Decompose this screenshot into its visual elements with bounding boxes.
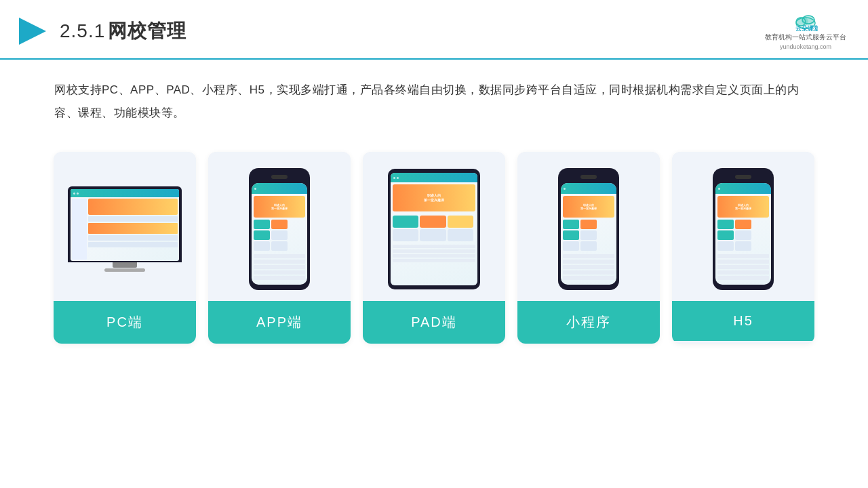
miniapp-image-area: 职迹人的第一堂兴趣课 xyxy=(517,152,660,301)
description-text: 网校支持PC、APP、PAD、小程序、H5，实现多端打通，产品各终端自由切换，数… xyxy=(0,60,868,138)
svg-marker-0 xyxy=(19,18,46,45)
logo-area: 云朵课堂 教育机构一站式服务云平台 yunduoketang.com xyxy=(765,12,846,50)
app-phone-mockup: 职迹人的第一堂兴趣课 xyxy=(249,168,310,290)
card-h5: 职迹人的第一堂兴趣课 xyxy=(672,152,814,344)
page-header: 2.5.1网校管理 云朵课堂 教育机构一站式服务云平台 yunduoketang… xyxy=(0,0,868,60)
pc-monitor-mockup xyxy=(68,186,182,272)
pad-mockup: 职迹人的第一堂兴趣课 xyxy=(388,169,480,289)
page-title: 2.5.1网校管理 xyxy=(60,18,186,44)
pc-label: PC端 xyxy=(54,301,196,344)
pad-label: PAD端 xyxy=(363,301,505,344)
miniapp-phone-mockup: 职迹人的第一堂兴趣课 xyxy=(558,168,619,290)
header-left: 2.5.1网校管理 xyxy=(16,15,186,47)
pc-image-area xyxy=(54,152,196,301)
logo-cloud: 云朵课堂 xyxy=(793,12,818,31)
h5-image-area: 职迹人的第一堂兴趣课 xyxy=(672,152,814,301)
cloud-icon: 云朵课堂 xyxy=(793,12,818,31)
h5-label: H5 xyxy=(672,301,814,341)
app-label: APP端 xyxy=(208,301,351,344)
cards-container: PC端 职迹人的第一堂兴趣课 xyxy=(0,138,868,357)
card-app: 职迹人的第一堂兴趣课 xyxy=(208,152,351,344)
card-pad: 职迹人的第一堂兴趣课 xyxy=(363,152,505,344)
miniapp-label: 小程序 xyxy=(517,301,660,344)
h5-phone-mockup: 职迹人的第一堂兴趣课 xyxy=(713,168,774,290)
card-miniapp: 职迹人的第一堂兴趣课 xyxy=(517,152,660,344)
card-pc: PC端 xyxy=(54,152,196,344)
svg-text:云朵课堂: 云朵课堂 xyxy=(795,25,818,31)
logo-url: yunduoketang.com xyxy=(780,43,831,50)
play-icon xyxy=(16,15,49,47)
pad-image-area: 职迹人的第一堂兴趣课 xyxy=(363,152,505,301)
logo-tagline: 教育机构一站式服务云平台 xyxy=(765,33,846,42)
app-image-area: 职迹人的第一堂兴趣课 xyxy=(208,152,351,301)
